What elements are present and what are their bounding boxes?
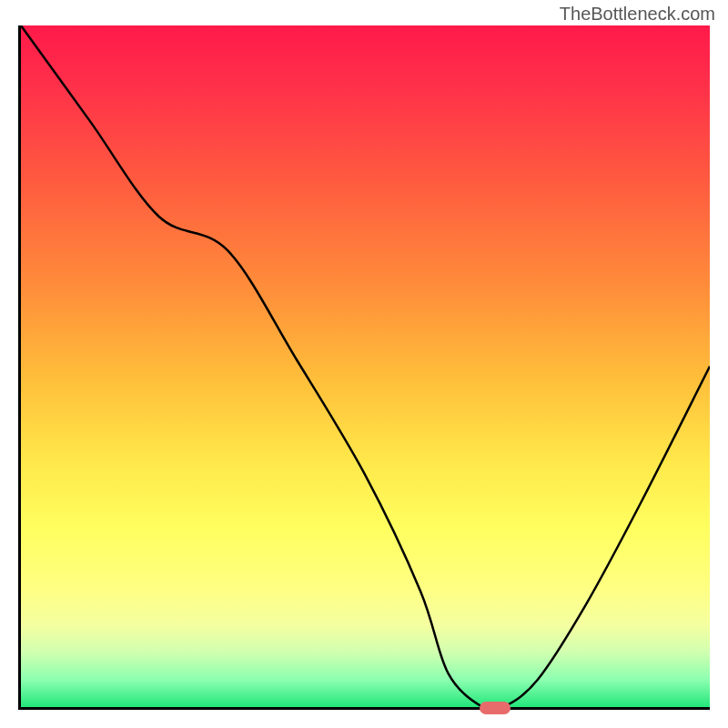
bottleneck-curve bbox=[21, 25, 710, 707]
plot-area bbox=[18, 25, 710, 710]
watermark-text: TheBottleneck.com bbox=[560, 4, 715, 25]
optimal-marker bbox=[480, 702, 511, 714]
chart-svg bbox=[21, 25, 710, 707]
